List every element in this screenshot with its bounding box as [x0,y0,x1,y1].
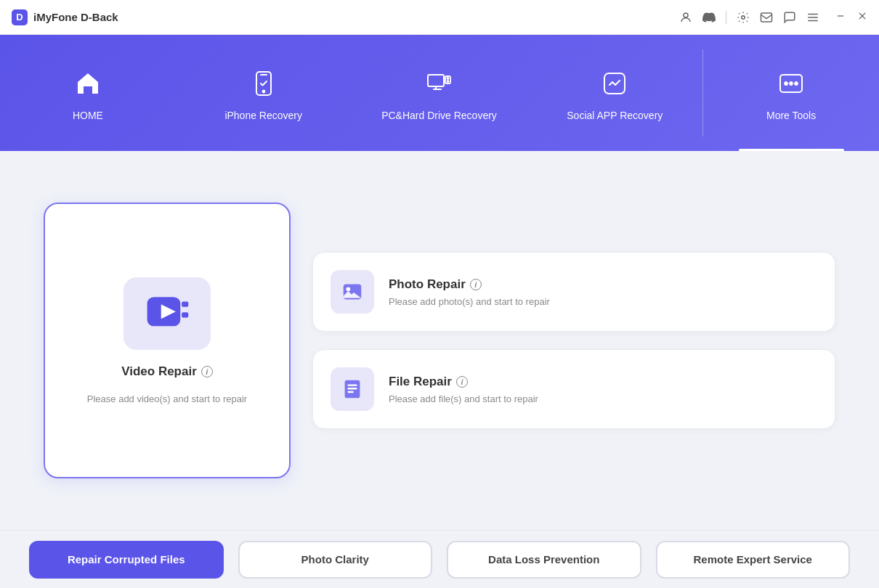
nav-label-pc: PC&Hard Drive Recovery [381,110,497,121]
svg-point-10 [262,91,264,93]
svg-rect-11 [428,75,444,86]
svg-point-14 [447,81,449,82]
menu-icon[interactable] [806,11,819,24]
photo-repair-content: Photo Repair i Please add photo(s) and s… [389,277,550,307]
minimize-button[interactable] [835,11,846,23]
video-repair-desc: Please add video(s) and start to repair [87,393,247,404]
chat-icon[interactable] [783,11,796,24]
svg-rect-22 [182,301,188,306]
svg-point-0 [684,13,688,17]
card-video-repair[interactable]: Video Repair i Please add video(s) and s… [44,203,291,478]
tab-data-loss[interactable]: Data Loss Prevention [447,541,641,579]
svg-point-13 [447,78,449,79]
tab-photo-clarity[interactable]: Photo Clarity [238,541,433,579]
photo-repair-desc: Please add photo(s) and start to repair [389,296,550,307]
file-repair-desc: Please add file(s) and start to repair [389,393,538,404]
svg-rect-2 [761,13,772,22]
more-tools-icon [772,65,810,102]
nav-item-home[interactable]: HOME [0,35,176,151]
iphone-icon [245,65,283,102]
home-icon [69,65,107,102]
person-icon[interactable] [679,11,692,24]
video-repair-title: Video Repair i [121,364,213,379]
video-repair-icon-wrap [123,277,211,350]
photo-repair-icon [331,270,374,314]
svg-rect-29 [347,384,357,385]
nav-label-home: HOME [73,110,103,121]
social-icon [596,65,633,102]
photo-repair-title: Photo Repair i [389,277,550,292]
main-content: Video Repair i Please add video(s) and s… [0,151,879,530]
nav-label-more-tools: More Tools [766,110,816,121]
settings-icon[interactable] [737,11,750,24]
svg-rect-30 [347,388,357,389]
photo-repair-info-icon[interactable]: i [470,279,482,290]
nav-item-more-tools[interactable]: More Tools [703,35,879,151]
svg-rect-31 [347,391,354,393]
nav-item-iphone[interactable]: iPhone Recovery [176,35,352,151]
svg-rect-23 [182,312,188,317]
nav-label-social: Social APP Recovery [567,110,663,121]
separator [726,11,726,24]
video-repair-info-icon[interactable]: i [201,366,213,377]
nav-item-social[interactable]: Social APP Recovery [527,35,702,151]
window-controls [835,11,867,23]
nav-bar: HOME iPhone Recovery PC&Hard Drive Recov… [0,35,879,151]
tab-repair-corrupted[interactable]: Repair Corrupted Files [29,541,224,579]
app-logo-badge: D [12,9,28,25]
app-logo: D iMyFone D-Back [12,9,118,25]
discord-icon[interactable] [702,11,716,24]
cards-right: Photo Repair i Please add photo(s) and s… [312,252,835,429]
svg-point-17 [785,82,787,85]
file-repair-icon [331,367,374,411]
svg-point-19 [795,82,798,85]
nav-label-iphone: iPhone Recovery [224,110,302,121]
svg-point-1 [742,15,745,19]
pc-icon [420,65,458,102]
title-bar-icons [679,11,867,24]
title-bar: D iMyFone D-Back [0,0,879,35]
app-title: iMyFone D-Back [33,11,118,23]
file-repair-info-icon[interactable]: i [456,376,468,388]
close-button[interactable] [857,11,867,23]
card-file-repair[interactable]: File Repair i Please add file(s) and sta… [312,349,835,429]
svg-point-18 [790,82,793,85]
card-photo-repair[interactable]: Photo Repair i Please add photo(s) and s… [312,252,835,332]
nav-active-indicator [739,149,844,151]
tab-remote-expert[interactable]: Remote Expert Service [656,541,851,579]
file-repair-content: File Repair i Please add file(s) and sta… [389,375,538,404]
mail-icon[interactable] [760,11,773,24]
svg-point-26 [347,287,351,291]
file-repair-title: File Repair i [389,375,538,389]
nav-item-pc[interactable]: PC&Hard Drive Recovery [352,35,527,151]
bottom-bar: Repair Corrupted Files Photo Clarity Dat… [0,530,879,588]
